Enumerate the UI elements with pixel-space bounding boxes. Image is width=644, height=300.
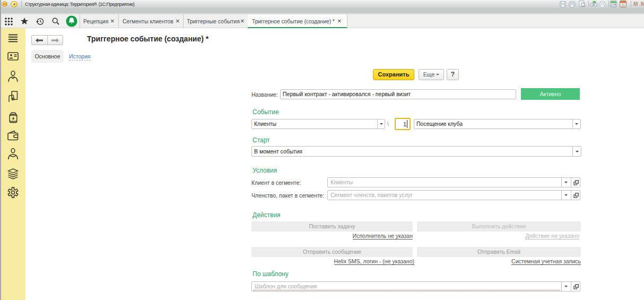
- svg-text:31: 31: [621, 3, 625, 7]
